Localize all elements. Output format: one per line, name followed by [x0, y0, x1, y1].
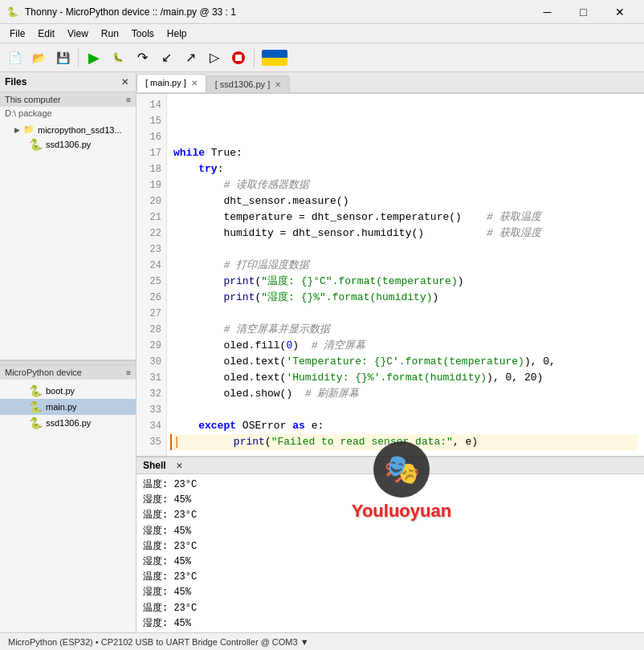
line-number-29: 29	[137, 338, 166, 354]
line-number-21: 21	[137, 209, 166, 225]
this-computer-options[interactable]: ≡	[126, 95, 131, 104]
code-token	[183, 434, 233, 450]
micropython-device-header: MicroPython device ≡	[0, 365, 136, 380]
minimize-button[interactable]: ─	[529, 0, 565, 24]
tree-item-micropython-folder[interactable]: ▶ 📁 micropython_ssd13...	[0, 123, 136, 136]
code-line-32: except OSError as e:	[173, 418, 638, 434]
files-close-button[interactable]: ✕	[118, 75, 131, 88]
code-line-27: oled.fill(0) # 清空屏幕	[173, 338, 638, 354]
debug-button[interactable]: 🐛	[107, 47, 129, 69]
ukraine-flag	[262, 50, 287, 66]
shell-output-line: 温度: 23°C	[143, 601, 638, 616]
shell-close-button[interactable]: ✕	[176, 461, 182, 470]
code-line-14	[173, 129, 638, 145]
code-token: )	[458, 274, 464, 290]
open-button[interactable]: 📂	[27, 47, 50, 69]
menu-item-edit[interactable]: Edit	[31, 26, 61, 41]
code-token: oled.show()	[173, 386, 305, 402]
save-button[interactable]: 💾	[51, 47, 74, 69]
code-token	[173, 290, 223, 306]
step-out-button[interactable]: ↗	[179, 47, 202, 69]
tab-close-main[interactable]: ✕	[191, 79, 198, 87]
code-token: oled.text(	[173, 370, 286, 386]
step-over-button[interactable]: ↷	[131, 47, 153, 69]
this-computer-section: This computer ≡ D:\ package ▶ 📁 micropyt…	[0, 92, 136, 360]
close-button[interactable]: ✕	[601, 0, 638, 24]
boot-label: boot.py	[46, 386, 75, 396]
new-button[interactable]: 📄	[3, 47, 26, 69]
code-line-28: oled.text('Temperature: {}C'.format(temp…	[173, 354, 638, 370]
maximize-button[interactable]: □	[565, 0, 601, 24]
menu-item-help[interactable]: Help	[161, 26, 194, 41]
code-token: True:	[205, 145, 243, 161]
shell-header: Shell ✕	[137, 457, 644, 474]
code-token: except	[198, 418, 236, 434]
micropython-device-label: MicroPython device	[5, 368, 82, 377]
boot-file-icon: 🐍	[29, 384, 43, 397]
toolbar-separator-1	[78, 48, 79, 67]
line-number-26: 26	[137, 290, 166, 306]
files-panel-header: Files ✕	[0, 72, 136, 92]
line-number-31: 31	[137, 370, 166, 386]
line-number-35: 35	[137, 434, 166, 450]
this-computer-label: This computer	[5, 95, 61, 104]
menu-item-tools[interactable]: Tools	[125, 26, 161, 41]
tab-label: [ main.py ]	[145, 78, 186, 87]
shell-output-line: 温度: 23°C	[143, 477, 638, 493]
micropython-device-options[interactable]: ≡	[126, 368, 131, 377]
resume-button[interactable]: ▷	[203, 47, 226, 69]
code-token: print	[223, 290, 255, 306]
window-controls: ─ □ ✕	[529, 0, 638, 24]
tabs-bar: [ main.py ] ✕ [ ssd1306.py ] ✕	[137, 72, 644, 94]
shell-output-line: 湿度: 45%	[143, 524, 638, 539]
code-token: :	[218, 161, 224, 177]
line-number-25: 25	[137, 274, 166, 290]
tree-item-ssd1306-lower[interactable]: 🐍 ssd1306.py	[0, 415, 136, 431]
svg-rect-1	[235, 55, 242, 61]
micropython-device-section: MicroPython device ≡ 🐍 boot.py 🐍 main.py…	[0, 365, 136, 632]
code-token	[173, 161, 198, 177]
toolbar-separator-2	[254, 48, 255, 67]
line-number-20: 20	[137, 193, 166, 209]
code-token	[173, 274, 223, 290]
micropython-device-tree: 🐍 boot.py 🐍 main.py 🐍 ssd1306.py	[0, 380, 136, 434]
tab-close-ssd1306[interactable]: ✕	[275, 80, 281, 89]
shell-content[interactable]: 温度: 23°C湿度: 45%温度: 23°C湿度: 45%温度: 23°C湿度…	[137, 474, 644, 632]
code-editor[interactable]: 1415161718192021222324252627282930313233…	[137, 94, 644, 456]
tab-ssd1306-py[interactable]: [ ssd1306.py ] ✕	[206, 75, 291, 92]
menu-item-view[interactable]: View	[61, 26, 95, 41]
app-icon: 🐍	[6, 6, 18, 18]
code-token: # 打印温湿度数据	[223, 258, 309, 274]
code-line-33: | print("Failed to read sensor data:", e…	[170, 434, 638, 450]
code-token: # 清空屏幕并显示数据	[223, 322, 330, 338]
this-computer-path: D:\ package	[0, 107, 136, 120]
code-line-18: dht_sensor.measure()	[173, 193, 638, 209]
code-token: # 获取湿度	[487, 225, 541, 242]
menu-item-run[interactable]: Run	[95, 26, 125, 41]
code-line-25	[173, 306, 638, 322]
code-line-30: oled.show() # 刷新屏幕	[173, 386, 638, 402]
main-file-icon: 🐍	[29, 400, 43, 413]
stop-button[interactable]	[227, 47, 250, 69]
code-token: # 获取温度	[487, 209, 541, 225]
shell-output-line: 温度: 23°C	[143, 570, 638, 585]
code-token: # 读取传感器数据	[223, 177, 309, 193]
code-token: 0	[286, 338, 292, 354]
code-token: print	[234, 434, 265, 450]
titlebar: 🐍 Thonny - MicroPython device :: /main.p…	[0, 0, 644, 24]
code-line-21	[173, 242, 638, 258]
tree-item-boot[interactable]: 🐍 boot.py	[0, 383, 136, 399]
code-token: dht_sensor.measure()	[173, 193, 348, 209]
tree-item-ssd1306-upper[interactable]: 🐍 ssd1306.py	[0, 136, 136, 152]
line-number-18: 18	[137, 161, 166, 177]
menu-item-file[interactable]: File	[3, 26, 31, 41]
code-token: as	[292, 418, 305, 434]
run-button[interactable]: ▶	[83, 47, 105, 69]
code-token: e:	[305, 418, 324, 434]
this-computer-header: This computer ≡	[0, 92, 136, 107]
code-content[interactable]: while True: try: # 读取传感器数据 dht_sensor.me…	[167, 94, 644, 456]
step-into-button[interactable]: ↙	[155, 47, 177, 69]
tree-item-main[interactable]: 🐍 main.py	[0, 399, 136, 415]
tab-main-py[interactable]: [ main.py ] ✕	[137, 74, 206, 92]
code-token: print	[223, 274, 255, 290]
